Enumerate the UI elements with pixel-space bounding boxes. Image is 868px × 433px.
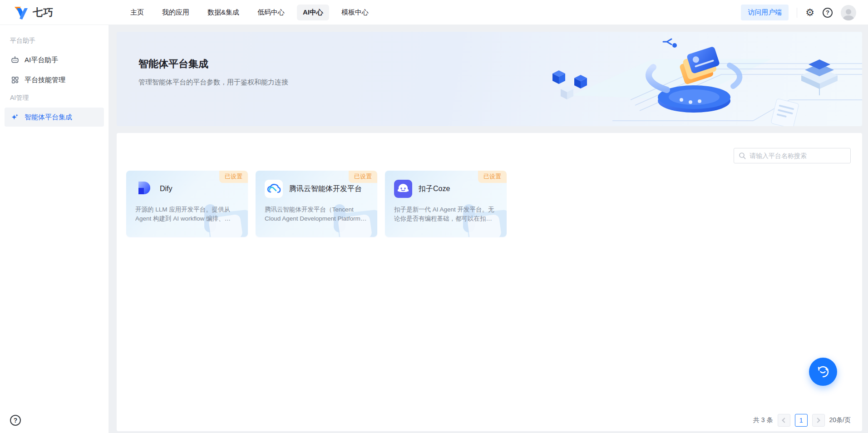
navbar-right-cluster: 访问用户端 ⚙ ?	[741, 0, 856, 25]
nav-item-home[interactable]: 主页	[124, 5, 150, 20]
sidebar-section-ai-management: AI管理	[0, 90, 108, 107]
chevron-left-icon	[782, 418, 787, 423]
platform-name: 扣子Coze	[419, 184, 450, 194]
brand-logo-icon	[14, 5, 29, 20]
blocks-icon	[11, 76, 19, 84]
brand[interactable]: 七巧	[14, 0, 54, 25]
tencent-cloud-logo-icon	[265, 180, 283, 198]
search-icon	[739, 152, 746, 159]
platform-card-tencent-adp[interactable]: 已设置 腾讯云智能体开发平台 腾讯云智能体开发平台（Tencent Cloud …	[256, 171, 377, 237]
pagination: 共 3 条 1 20条/页	[753, 414, 851, 427]
platform-search[interactable]	[734, 148, 851, 163]
platform-description: 腾讯云智能体开发平台（Tencent Cloud Agent Developme…	[265, 205, 368, 223]
platform-description: 开源的 LLM 应用开发平台。提供从 Agent 构建到 AI workflow…	[135, 205, 239, 223]
avatar-silhouette-icon	[841, 7, 856, 20]
brand-name: 七巧	[33, 6, 54, 20]
platform-card-list: 已设置 Dify 开源的 LLM 应用开发平台。提供从 Agent 构建到 AI…	[126, 171, 507, 237]
chat-sparkle-icon	[816, 364, 830, 379]
dify-logo-icon	[135, 180, 153, 198]
nav-item-data-integration[interactable]: 数据&集成	[202, 5, 245, 20]
status-badge: 已设置	[349, 171, 377, 183]
sparkles-icon	[11, 113, 19, 121]
sidebar-item-agent-platform-integration[interactable]: 智能体平台集成	[5, 108, 104, 127]
chevron-right-icon	[815, 418, 820, 423]
card-header: 扣子Coze	[394, 180, 450, 198]
nav-item-ai-center[interactable]: AI中心	[297, 5, 329, 20]
sidebar-item-platform-skill-management[interactable]: 平台技能管理	[5, 70, 104, 89]
sidebar-help-icon[interactable]: ?	[10, 415, 21, 426]
platform-card-coze[interactable]: 已设置 扣子Coze 扣子是新一代 AI Agent 开发平台。无论你是否有编程…	[385, 171, 507, 237]
status-badge: 已设置	[219, 171, 248, 183]
page-title: 智能体平台集成	[138, 57, 208, 71]
sidebar-item-label: 平台技能管理	[25, 76, 65, 84]
pagination-next-button[interactable]	[812, 414, 825, 427]
top-navbar: 七巧 主页 我的应用 数据&集成 低码中心 AI中心 模板中心 访问用户端 ⚙ …	[0, 0, 868, 25]
coze-logo-icon	[394, 180, 412, 198]
card-header: Dify	[135, 180, 173, 198]
pagination-page-size: 20条/页	[829, 416, 851, 424]
page-banner: 智能体平台集成 管理智能体平台的平台参数，用于鉴权和能力连接	[117, 32, 862, 126]
platform-name: Dify	[160, 185, 173, 193]
sidebar-item-ai-platform-assistant[interactable]: AI平台助手	[5, 50, 104, 69]
nav-item-my-apps[interactable]: 我的应用	[156, 5, 195, 20]
navbar-divider	[797, 8, 797, 18]
platform-card-dify[interactable]: 已设置 Dify 开源的 LLM 应用开发平台。提供从 Agent 构建到 AI…	[126, 171, 248, 237]
content-panel: 已设置 Dify 开源的 LLM 应用开发平台。提供从 Agent 构建到 AI…	[117, 133, 862, 431]
status-badge: 已设置	[478, 171, 507, 183]
visit-client-button[interactable]: 访问用户端	[741, 5, 789, 20]
pagination-page-1[interactable]: 1	[795, 414, 808, 427]
robot-icon	[11, 56, 19, 64]
nav-item-lowcode-center[interactable]: 低码中心	[252, 5, 291, 20]
ai-assistant-fab[interactable]	[809, 358, 837, 386]
platform-description: 扣子是新一代 AI Agent 开发平台。无论你是否有编程基础，都可以在扣子上快…	[394, 205, 498, 223]
sidebar-item-label: 智能体平台集成	[25, 113, 72, 122]
chip-stack	[801, 59, 838, 95]
banner-illustration	[517, 32, 862, 126]
pagination-prev-button[interactable]	[778, 414, 790, 427]
primary-nav: 主页 我的应用 数据&集成 低码中心 AI中心 模板中心	[124, 0, 375, 25]
pagination-total: 共 3 条	[753, 416, 773, 424]
sidebar-item-label: AI平台助手	[25, 56, 58, 64]
sidebar: 平台助手 AI平台助手 平台技能管理 AI管理 智能体平台集成 ?	[0, 25, 109, 433]
platform-name: 腾讯云智能体开发平台	[289, 184, 362, 194]
card-header: 腾讯云智能体开发平台	[265, 180, 362, 198]
settings-gear-icon[interactable]: ⚙	[805, 8, 814, 18]
help-icon[interactable]: ?	[823, 8, 833, 18]
user-avatar[interactable]	[841, 5, 856, 20]
sidebar-section-platform-assistant: 平台助手	[0, 33, 108, 49]
page-subtitle: 管理智能体平台的平台参数，用于鉴权和能力连接	[138, 78, 288, 87]
nav-item-template-center[interactable]: 模板中心	[335, 5, 375, 20]
search-input[interactable]	[750, 152, 846, 159]
